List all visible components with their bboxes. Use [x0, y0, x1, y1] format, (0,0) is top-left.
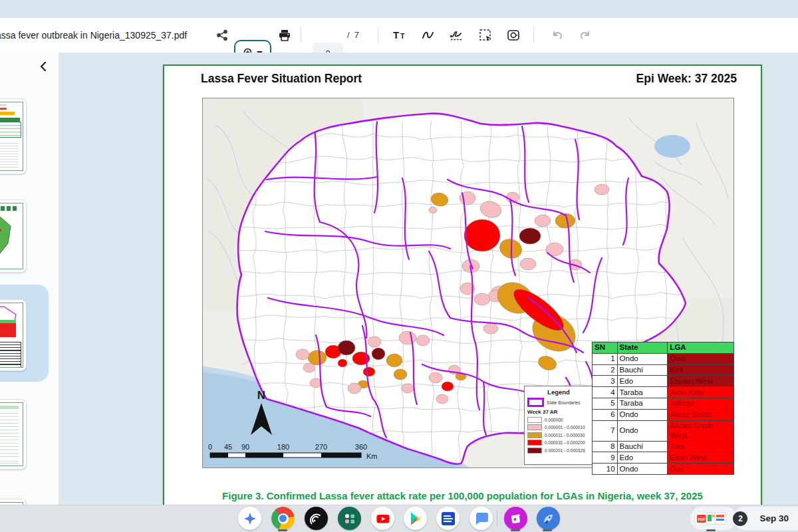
running-app-indicator: [706, 529, 716, 531]
table-row: 4TarabaArdo-Kola: [593, 387, 734, 398]
map-legend: Legend State Boundaries Week 37 AR 0.000…: [524, 386, 593, 465]
table-row: 7OndoAkoko South West: [593, 420, 734, 441]
running-app-indicator: [543, 529, 552, 531]
status-tray[interactable]: 2 Sep 30: [733, 507, 798, 530]
table-header-lga: LGA: [668, 342, 734, 354]
draw-icon[interactable]: [420, 27, 436, 43]
legend-class-label: 0.000031 - 0.000200: [545, 440, 585, 445]
thumbnail-sidebar: [0, 53, 59, 505]
lga-cell: Owo: [668, 353, 734, 364]
pdf-filename: assa fever outbreak in Nigeria_130925_37…: [0, 18, 187, 53]
legend-class-row: 0.000001 - 0.000010: [527, 424, 590, 430]
play-store-icon[interactable]: [404, 507, 427, 530]
legend-class-row: 0.000201 - 0.000326: [527, 448, 590, 454]
pdf-content-area: Lassa Fever Situation Report Epi Week: 3…: [59, 53, 798, 505]
state-boundary-label: State Boundaries: [547, 400, 581, 405]
select-area-icon[interactable]: [477, 27, 493, 43]
lga-cell: [429, 207, 437, 213]
lake-chad: [654, 135, 690, 158]
sn-cell: 3: [593, 376, 618, 387]
page-3-thumbnail-selected[interactable]: [0, 299, 27, 371]
legend-week-label: Week 37 AR: [527, 409, 590, 415]
lga-cell: [429, 372, 442, 383]
messages-icon[interactable]: [469, 507, 493, 530]
sidebar-collapse-icon[interactable]: [35, 58, 52, 75]
window-titlebar: [0, 0, 798, 18]
lga-cell: [483, 323, 498, 334]
table-row: 10OndoOse: [593, 464, 734, 475]
text-annotation-icon[interactable]: T T: [392, 27, 408, 43]
pdf-page: Lassa Fever Situation Report Epi Week: 3…: [163, 65, 762, 505]
undo-icon[interactable]: [549, 27, 565, 43]
legend-class-swatch: [527, 424, 542, 430]
shelf-date: Sep 30: [759, 513, 789, 523]
table-row: 8BauchiToro: [593, 441, 734, 452]
chromeos-shelf: PDF 2 Sep 30: [0, 505, 798, 532]
top-lga-table: SN State LGA 1OndoOwo2BauchiKirfi3EdoEts…: [592, 342, 734, 475]
state-cell: Edo: [617, 376, 668, 387]
state-cell: Ondo: [617, 409, 668, 420]
svg-text:180: 180: [277, 443, 289, 451]
chromeos-screen: assa fever outbreak in Nigeria_130925_37…: [0, 0, 798, 532]
youtube-icon[interactable]: [371, 507, 394, 530]
legend-class-swatch: [527, 448, 542, 454]
table-row: 2BauchiKirfi: [593, 364, 734, 376]
shapes-app-icon[interactable]: [338, 507, 361, 530]
legend-class-row: 0.000011 - 0.000030: [527, 432, 590, 438]
sn-cell: 1: [593, 353, 618, 364]
print-icon[interactable]: [277, 27, 293, 43]
sn-cell: 8: [593, 441, 618, 452]
page-2-thumbnail[interactable]: [0, 200, 27, 273]
lga-cell: [386, 354, 402, 367]
figure-caption: Figure 3. Confirmed Lassa fever attack r…: [164, 490, 761, 501]
weather-channel-icon[interactable]: [436, 507, 460, 530]
rocket-app-icon[interactable]: [537, 507, 560, 530]
lga-cell: [519, 228, 541, 244]
page-4-thumbnail[interactable]: [0, 399, 27, 469]
toolbar-divider: [533, 27, 534, 43]
state-cell: Ondo: [617, 464, 668, 475]
toolbar-divider: [378, 27, 378, 43]
table-row: 6OndoAkure South: [593, 409, 734, 420]
legend-class-swatch: [527, 440, 542, 446]
lga-cell: Ardo-Kola: [668, 387, 734, 398]
sn-cell: 5: [593, 398, 618, 409]
table-row: 3EdoEtsako West: [593, 376, 734, 387]
lens-screenshot-icon[interactable]: [505, 27, 521, 43]
lga-cell: [372, 348, 385, 360]
lga-cell: [348, 383, 361, 394]
table-row: 9EdoEsan West: [593, 452, 734, 464]
lga-cell: [416, 335, 430, 346]
svg-text:N: N: [257, 389, 265, 402]
lga-cell: [308, 350, 327, 365]
share-icon[interactable]: [214, 27, 230, 43]
lga-cell: [520, 258, 536, 270]
lga-cell: [296, 349, 309, 360]
legend-class-label: 0.000000: [545, 418, 563, 422]
lga-cell: [464, 219, 500, 251]
page-1-thumbnail[interactable]: [0, 98, 27, 174]
report-title: Lassa Fever Situation Report: [201, 72, 362, 86]
lga-cell: Akoko South West: [668, 420, 734, 441]
lga-cell: [402, 384, 414, 393]
signature-icon[interactable]: [448, 27, 464, 43]
redo-icon[interactable]: [577, 27, 593, 43]
podcasts-app-icon[interactable]: [305, 507, 328, 530]
chrome-icon[interactable]: [271, 507, 295, 530]
shelf-divider: [497, 511, 497, 527]
running-app-indicator: [511, 529, 520, 531]
open-windows-pill[interactable]: PDF: [690, 507, 737, 530]
gallery-app-icon[interactable]: [504, 507, 527, 530]
svg-text:0: 0: [208, 443, 212, 451]
table-header-sn: SN: [593, 342, 618, 354]
table-header-state: State: [617, 342, 668, 354]
launcher-icon[interactable]: [238, 507, 261, 530]
lga-cell: Kirfi: [668, 364, 734, 376]
lga-cell: [535, 215, 551, 227]
lga-cell: Etsako West: [668, 376, 734, 387]
lga-cell: [394, 369, 407, 380]
notification-count-badge: 2: [733, 511, 747, 526]
svg-text:Km: Km: [366, 452, 378, 460]
lga-cell: Jalingo: [668, 398, 734, 409]
table-row: 5TarabaJalingo: [593, 398, 734, 409]
